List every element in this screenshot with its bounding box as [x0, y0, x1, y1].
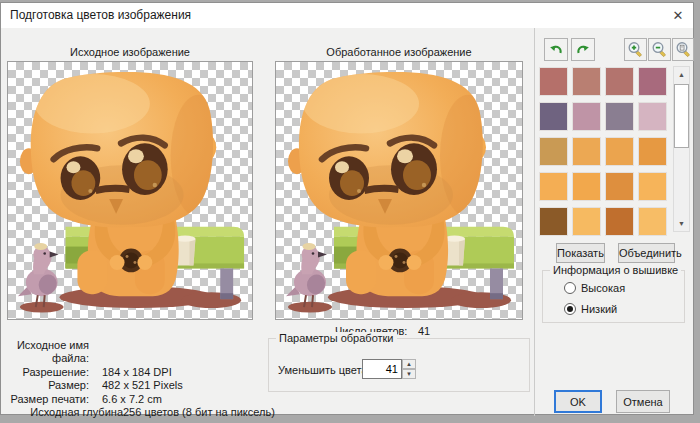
color-swatch[interactable]: [638, 207, 667, 236]
scroll-down-icon[interactable]: ▼: [674, 216, 689, 231]
radio-unchecked-icon[interactable]: [564, 282, 576, 294]
file-info-row: Размер:482 x 521 Pixels: [3, 379, 323, 392]
embroidery-info-group: Информация о вышивке Высокая Низкий: [542, 270, 685, 323]
file-info-row: Исходное имя файла:: [3, 339, 323, 366]
file-info-row: Размер печати:6.6 x 7.2 cm: [3, 393, 323, 406]
color-swatch[interactable]: [638, 137, 667, 166]
color-swatch[interactable]: [638, 67, 667, 96]
embroidery-option-high[interactable]: Высокая: [564, 282, 625, 294]
color-swatch[interactable]: [638, 172, 667, 201]
color-preparation-dialog: Подготовка цветов изображения ✕ Исходное…: [0, 2, 694, 415]
size-value: 482 x 521 Pixels: [89, 379, 183, 392]
cancel-button[interactable]: Отмена: [616, 390, 670, 413]
dialog-title: Подготовка цветов изображения: [10, 3, 191, 28]
zoom-out-icon: [651, 41, 668, 58]
resolution-label: Разрешение:: [3, 366, 89, 379]
redo-button[interactable]: [571, 38, 595, 61]
zoom-fit-button[interactable]: [672, 38, 694, 61]
color-swatch[interactable]: [638, 102, 667, 131]
processed-image-preview: [275, 61, 523, 320]
resolution-value: 184 x 184 DPI: [89, 366, 172, 379]
undo-button[interactable]: [544, 38, 568, 61]
palette-scrollbar[interactable]: ▲ ▼: [673, 66, 690, 232]
reduce-colors-spinner: ▲ ▼: [362, 359, 416, 379]
color-swatch[interactable]: [605, 67, 634, 96]
color-swatch[interactable]: [572, 207, 601, 236]
processed-image-label: Обработанное изображение: [275, 46, 523, 58]
print-size-label: Размер печати:: [3, 393, 89, 406]
source-image-label: Исходное изображение: [7, 46, 253, 58]
embroidery-option-low-label: Низкий: [581, 303, 617, 315]
file-name-value: [89, 339, 102, 366]
color-swatch[interactable]: [572, 102, 601, 131]
color-count-value: 41: [418, 325, 430, 337]
zoom-out-button[interactable]: [648, 38, 671, 61]
color-swatch[interactable]: [539, 102, 568, 131]
close-icon[interactable]: ✕: [665, 5, 691, 25]
merge-button[interactable]: Объединить: [618, 243, 675, 263]
color-swatch[interactable]: [605, 172, 634, 201]
color-swatch[interactable]: [572, 67, 601, 96]
processed-character-illustration: [276, 62, 522, 319]
screen: Подготовка цветов изображения ✕ Исходное…: [0, 0, 700, 423]
color-depth-label: Исходная глубина цвета:: [3, 406, 123, 423]
color-swatch[interactable]: [572, 172, 601, 201]
source-image-preview: [7, 61, 253, 320]
file-info-row: Разрешение:184 x 184 DPI: [3, 366, 323, 379]
color-swatch[interactable]: [539, 67, 568, 96]
spin-up-icon[interactable]: ▲: [402, 359, 416, 369]
source-character-illustration: [8, 62, 252, 319]
embroidery-option-high-label: Высокая: [581, 282, 625, 294]
color-swatch[interactable]: [539, 137, 568, 166]
print-size-value: 6.6 x 7.2 cm: [89, 393, 162, 406]
embroidery-info-legend: Информация о вышивке: [550, 264, 681, 276]
file-info: Исходное имя файла: Разрешение:184 x 184…: [3, 339, 323, 423]
color-swatch[interactable]: [605, 102, 634, 131]
color-swatch[interactable]: [605, 207, 634, 236]
embroidery-option-low[interactable]: Низкий: [564, 303, 617, 315]
color-swatch[interactable]: [539, 172, 568, 201]
zoom-in-icon: [627, 41, 644, 58]
scrollbar-thumb[interactable]: [674, 84, 689, 148]
file-info-row: Исходная глубина цвета:256 цветов (8 бит…: [3, 406, 323, 423]
color-swatch[interactable]: [539, 207, 568, 236]
zoom-in-button[interactable]: [624, 38, 647, 61]
file-name-label: Исходное имя файла:: [3, 339, 89, 366]
zoom-fit-icon: [675, 41, 692, 58]
ok-button[interactable]: OK: [554, 390, 602, 413]
title-bar: Подготовка цветов изображения ✕: [1, 3, 693, 28]
redo-icon: [575, 42, 591, 58]
panel-divider: [534, 28, 535, 416]
color-swatch[interactable]: [605, 137, 634, 166]
scroll-up-icon[interactable]: ▲: [674, 67, 689, 82]
thread-color-palette: [539, 67, 667, 236]
undo-icon: [548, 42, 564, 58]
size-label: Размер:: [3, 379, 89, 392]
color-depth-value: 256 цветов (8 бит на пиксель): [123, 406, 275, 423]
spin-down-icon[interactable]: ▼: [402, 369, 416, 379]
color-swatch[interactable]: [572, 137, 601, 166]
show-button[interactable]: Показать: [556, 243, 605, 263]
radio-checked-icon[interactable]: [564, 303, 576, 315]
reduce-colors-input[interactable]: [362, 359, 402, 379]
